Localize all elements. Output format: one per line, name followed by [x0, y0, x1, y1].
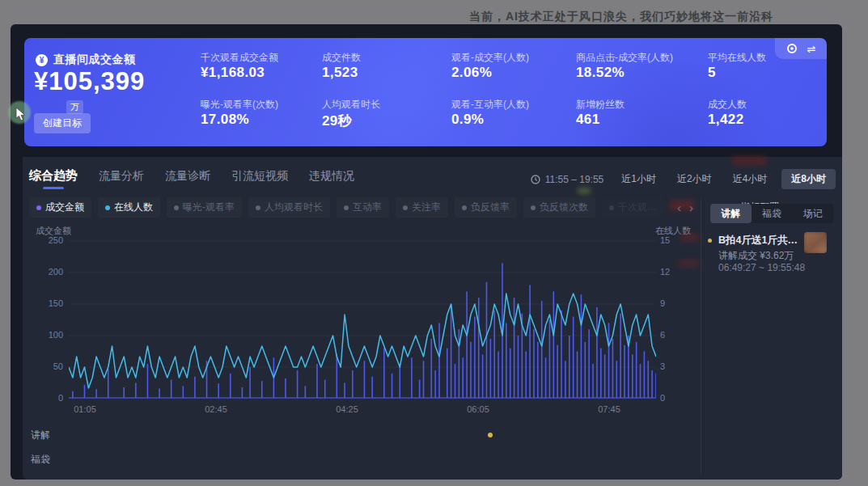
kpi-stat-label: 成交件数 — [322, 51, 361, 65]
hero-metric-header: ¥ 直播间成交金额 — [36, 53, 136, 67]
legend-chip-曝光-观看率[interactable]: 曝光-观看率 — [167, 197, 242, 218]
legend-chip-label: 曝光-观看率 — [183, 201, 235, 214]
trend-section: 综合趋势流量分析流量诊断引流短视频违规情况 11:55 – 19:55 近1小时… — [23, 157, 842, 480]
kpi-stat-value: 17.08% — [201, 112, 249, 128]
kpi-stat-value: 29秒 — [322, 112, 352, 130]
legend-chip-label: 互动率 — [353, 201, 382, 214]
right-axis-tick: 3 — [660, 361, 665, 371]
right-axis-tick: 6 — [660, 330, 665, 340]
dashboard-window: ¥ 直播间成交金额 ¥105,399 万 创建目标 千次观看成交金额¥1,168… — [11, 24, 842, 480]
legend-chip-负反馈次数[interactable]: 负反馈次数 — [523, 197, 595, 218]
legend-dot — [531, 205, 536, 210]
kpi-stat-value: 18.52% — [576, 65, 625, 81]
kpi-stat-label: 商品点击-成交率(人数) — [576, 51, 673, 65]
yuan-coin-icon: ¥ — [36, 54, 48, 66]
clock-icon — [531, 175, 540, 184]
legend-chip-在线人数[interactable]: 在线人数 — [98, 197, 160, 218]
x-axis-tick: 01:05 — [74, 404, 96, 414]
legend-dot — [105, 205, 110, 210]
product-thumbnail[interactable] — [804, 232, 827, 253]
hero-metric-label: 直播间成交金额 — [53, 53, 136, 67]
right-axis-tick: 0 — [660, 393, 665, 403]
kpi-stat-label: 人均观看时长 — [322, 98, 380, 112]
kpi-stat-label: 曝光-观看率(次数) — [201, 98, 278, 112]
legend-chip-人均观看时长[interactable]: 人均观看时长 — [248, 197, 330, 218]
nav-tab-引流短视频[interactable]: 引流短视频 — [231, 169, 288, 184]
marker-row-explain-label: 讲解 — [31, 429, 50, 442]
side-item-time: 06:49:27 ~ 19:55:48 — [718, 262, 805, 273]
hero-corner-tools: ⇌ — [775, 38, 827, 59]
time-range-display: 11:55 – 19:55 — [531, 174, 604, 185]
time-range-option[interactable]: 近1小时 — [615, 169, 663, 189]
left-axis-tick: 150 — [37, 298, 63, 308]
legend-chip-label: 关注率 — [412, 201, 441, 214]
legend-chip-负反馈率[interactable]: 负反馈率 — [455, 197, 517, 218]
nav-tab-流量分析[interactable]: 流量分析 — [99, 169, 144, 184]
time-range-text: 11:55 – 19:55 — [545, 174, 604, 185]
redaction-smudge — [680, 234, 699, 241]
kpi-stat-value: 2.06% — [451, 65, 492, 81]
nav-tab-综合趋势[interactable]: 综合趋势 — [29, 168, 78, 184]
section-tab-bar: 综合趋势流量分析流量诊断引流短视频违规情况 — [29, 168, 354, 184]
left-axis-tick: 100 — [37, 330, 63, 340]
kpi-stat-value: 461 — [576, 112, 600, 128]
trend-chart[interactable] — [69, 239, 656, 399]
settings-icon[interactable] — [786, 43, 798, 54]
nav-tab-流量诊断[interactable]: 流量诊断 — [165, 169, 210, 184]
legend-chip-关注率[interactable]: 关注率 — [396, 197, 448, 218]
kpi-stat-value: ¥1,168.03 — [201, 65, 265, 81]
kpi-hero-panel: ¥ 直播间成交金额 ¥105,399 万 创建目标 千次观看成交金额¥1,168… — [24, 38, 827, 146]
time-range-option[interactable]: 近2小时 — [671, 169, 718, 189]
legend-dot — [403, 205, 408, 210]
x-axis-tick: 07:45 — [598, 404, 620, 414]
hero-metric-value: ¥105,399 — [34, 67, 145, 96]
legend-dot — [256, 205, 260, 210]
redaction-smudge — [678, 260, 699, 267]
side-tab-福袋[interactable]: 福袋 — [752, 204, 793, 223]
kpi-stat-label: 观看-互动率(人数) — [451, 98, 529, 112]
kpi-stat-label: 平均在线人数 — [708, 51, 766, 65]
side-item-subtitle: 讲解成交 ¥3.62万 — [718, 249, 794, 263]
side-tab-场记[interactable]: 场记 — [792, 204, 833, 223]
create-goal-button[interactable]: 创建目标 — [34, 113, 91, 133]
legend-chip-label: 负反馈率 — [471, 201, 510, 214]
legend-chip-千次观…[interactable]: 千次观… — [602, 197, 664, 218]
right-axis-tick: 15 — [660, 235, 670, 245]
legend-chip-互动率[interactable]: 互动率 — [337, 197, 389, 218]
legend-chip-label: 千次观… — [618, 201, 657, 214]
legend-dot — [609, 205, 614, 210]
side-item-bullet — [708, 239, 712, 243]
side-item-title[interactable]: B拍4斤送1斤共35-4... — [718, 234, 801, 247]
time-range-option[interactable]: 近8小时 — [781, 169, 836, 189]
legend-dot — [36, 205, 41, 210]
legend-bar: 成交金额在线人数曝光-观看率人均观看时长互动率关注率负反馈率负反馈次数千次观… … — [29, 197, 692, 218]
legend-dot — [174, 205, 179, 210]
left-axis-tick: 0 — [37, 393, 63, 403]
video-subtitle-caption: 当前，AI技术正处于风口浪尖，我们巧妙地将这一前沿科 — [469, 10, 773, 24]
right-axis-tick: 12 — [660, 267, 670, 277]
legend-chip-label: 成交金额 — [45, 201, 84, 214]
x-axis-tick: 06:05 — [467, 404, 489, 414]
side-tab-讲解[interactable]: 讲解 — [710, 204, 752, 223]
kpi-stat-value: 1,523 — [322, 65, 358, 81]
left-axis-tick: 250 — [37, 235, 63, 245]
swap-icon[interactable]: ⇌ — [807, 44, 816, 54]
marker-row-luckybag-label: 福袋 — [31, 453, 50, 467]
redaction-smudge — [670, 200, 694, 210]
left-axis-tick: 200 — [37, 267, 63, 277]
x-axis-tick: 04:25 — [336, 404, 358, 414]
time-range-option[interactable]: 近4小时 — [726, 169, 774, 189]
x-axis-tick: 02:45 — [205, 404, 227, 414]
legend-chip-label: 负反馈次数 — [540, 201, 588, 214]
kpi-stat-value: 5 — [708, 65, 716, 81]
kpi-stat-value: 0.9% — [451, 112, 484, 128]
nav-tab-违规情况[interactable]: 违规情况 — [309, 169, 354, 184]
side-panel-divider — [701, 199, 701, 474]
kpi-stat-label: 观看-成交率(人数) — [451, 51, 529, 65]
kpi-stat-label: 新增粉丝数 — [576, 98, 625, 112]
kpi-stat-label: 成交人数 — [708, 98, 747, 112]
kpi-stat-value: 1,422 — [708, 112, 744, 128]
legend-dot — [344, 205, 349, 210]
explain-marker-dot[interactable] — [488, 433, 493, 437]
legend-chip-成交金额[interactable]: 成交金额 — [29, 197, 91, 218]
